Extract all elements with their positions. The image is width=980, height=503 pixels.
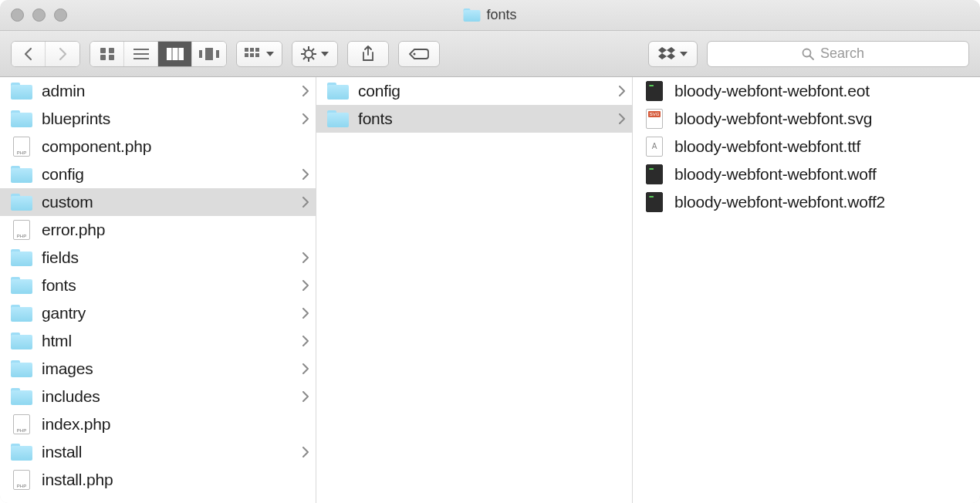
list-item[interactable]: bloody-webfont-webfont.ttf bbox=[633, 133, 980, 160]
list-item[interactable]: custom bbox=[0, 188, 316, 216]
back-button[interactable] bbox=[12, 42, 46, 66]
disclosure-arrow-icon bbox=[618, 113, 626, 124]
disclosure-arrow-icon bbox=[302, 197, 309, 208]
item-label: index.php bbox=[42, 415, 309, 434]
list-item[interactable]: includes bbox=[0, 383, 316, 410]
disclosure-arrow-icon bbox=[302, 336, 309, 346]
share-group bbox=[347, 41, 389, 67]
has-children-indicator bbox=[302, 194, 309, 211]
disclosure-arrow-icon bbox=[302, 280, 309, 291]
svg-file-icon bbox=[646, 109, 663, 129]
disclosure-arrow-icon bbox=[302, 113, 309, 124]
list-item[interactable]: bloody-webfont-webfont.woff bbox=[633, 160, 980, 188]
chevron-right-icon bbox=[57, 47, 68, 61]
list-view-button[interactable] bbox=[124, 42, 158, 66]
disclosure-arrow-icon bbox=[302, 391, 309, 402]
close-window-button[interactable] bbox=[11, 8, 24, 22]
disclosure-arrow-icon bbox=[302, 169, 309, 180]
item-label: fonts bbox=[358, 110, 609, 128]
list-item[interactable]: bloody-webfont-webfont.svg bbox=[633, 105, 980, 133]
has-children-indicator bbox=[302, 444, 309, 461]
folder-icon bbox=[11, 277, 32, 294]
svg-rect-13 bbox=[245, 48, 248, 52]
list-item[interactable]: install bbox=[0, 438, 316, 466]
list-item[interactable]: images bbox=[0, 355, 316, 383]
php-file-icon bbox=[13, 414, 30, 434]
list-item[interactable]: config bbox=[316, 77, 632, 105]
has-children-indicator bbox=[302, 249, 309, 267]
item-label: bloody-webfont-webfont.eot bbox=[674, 82, 974, 100]
list-item[interactable]: bloody-webfont-webfont.woff2 bbox=[633, 188, 980, 216]
column-browser: adminblueprintscomponent.phpconfigcustom… bbox=[0, 77, 980, 503]
list-item[interactable]: install.php bbox=[0, 466, 316, 494]
list-item[interactable]: admin bbox=[0, 77, 316, 105]
column-2[interactable]: bloody-webfont-webfont.eotbloody-webfont… bbox=[633, 77, 980, 503]
column-0[interactable]: adminblueprintscomponent.phpconfigcustom… bbox=[0, 77, 316, 503]
list-item[interactable]: fonts bbox=[0, 272, 316, 299]
list-item[interactable]: component.php bbox=[0, 133, 316, 160]
tag-icon bbox=[409, 47, 429, 61]
has-children-indicator bbox=[302, 83, 309, 100]
item-label: install.php bbox=[42, 471, 309, 489]
folder-icon bbox=[11, 444, 32, 461]
svg-rect-10 bbox=[199, 50, 202, 58]
has-children-indicator bbox=[302, 110, 309, 128]
forward-button[interactable] bbox=[46, 42, 79, 66]
window-title: fonts bbox=[463, 7, 516, 23]
svg-line-27 bbox=[303, 57, 306, 59]
disclosure-arrow-icon bbox=[302, 86, 309, 96]
has-children-indicator bbox=[618, 110, 626, 128]
item-label: gantry bbox=[42, 304, 292, 322]
coverflow-view-button[interactable] bbox=[192, 42, 226, 66]
svg-point-28 bbox=[414, 52, 416, 55]
window-title-text: fonts bbox=[486, 7, 516, 23]
action-button[interactable] bbox=[292, 42, 337, 66]
search-field[interactable] bbox=[707, 41, 969, 67]
minimize-window-button[interactable] bbox=[32, 8, 46, 22]
svg-line-25 bbox=[312, 57, 314, 59]
has-children-indicator bbox=[618, 83, 626, 100]
list-item[interactable]: error.php bbox=[0, 216, 316, 244]
list-item[interactable]: config bbox=[0, 160, 316, 188]
list-item[interactable]: index.php bbox=[0, 410, 316, 438]
search-input[interactable] bbox=[820, 46, 874, 62]
item-label: includes bbox=[42, 387, 292, 406]
php-file-icon bbox=[13, 137, 30, 157]
column-1[interactable]: configfonts bbox=[316, 77, 633, 503]
list-item[interactable]: blueprints bbox=[0, 105, 316, 133]
arrange-group bbox=[236, 41, 282, 67]
folder-icon bbox=[11, 360, 32, 377]
column-view-button[interactable] bbox=[158, 42, 192, 66]
php-file-icon bbox=[13, 220, 30, 240]
share-button[interactable] bbox=[348, 42, 388, 66]
tags-button[interactable] bbox=[399, 42, 439, 66]
svg-rect-15 bbox=[255, 48, 259, 52]
disclosure-arrow-icon bbox=[302, 308, 309, 319]
window-controls bbox=[0, 8, 67, 22]
nav-buttons bbox=[11, 41, 80, 67]
share-icon bbox=[361, 46, 375, 62]
disclosure-arrow-icon bbox=[302, 363, 309, 374]
svg-rect-16 bbox=[245, 53, 248, 57]
item-label: config bbox=[42, 165, 292, 184]
icon-view-button[interactable] bbox=[90, 42, 124, 66]
svg-rect-18 bbox=[255, 53, 259, 57]
arrange-button[interactable] bbox=[237, 42, 282, 66]
list-item[interactable]: html bbox=[0, 327, 316, 355]
list-item[interactable]: fonts bbox=[316, 105, 632, 133]
zoom-window-button[interactable] bbox=[54, 8, 67, 22]
tags-group bbox=[398, 41, 440, 67]
dropbox-button[interactable] bbox=[648, 41, 698, 67]
svg-rect-3 bbox=[109, 55, 114, 60]
view-switcher bbox=[90, 41, 227, 67]
list-item[interactable]: gantry bbox=[0, 299, 316, 327]
folder-icon bbox=[463, 8, 480, 22]
has-children-indicator bbox=[302, 277, 309, 295]
item-label: fonts bbox=[42, 276, 292, 295]
item-label: fields bbox=[42, 248, 292, 267]
svg-point-19 bbox=[305, 50, 313, 58]
list-item[interactable]: fields bbox=[0, 244, 316, 272]
svg-rect-9 bbox=[179, 48, 184, 60]
coverflow-view-icon bbox=[199, 48, 219, 60]
list-item[interactable]: bloody-webfont-webfont.eot bbox=[633, 77, 980, 105]
